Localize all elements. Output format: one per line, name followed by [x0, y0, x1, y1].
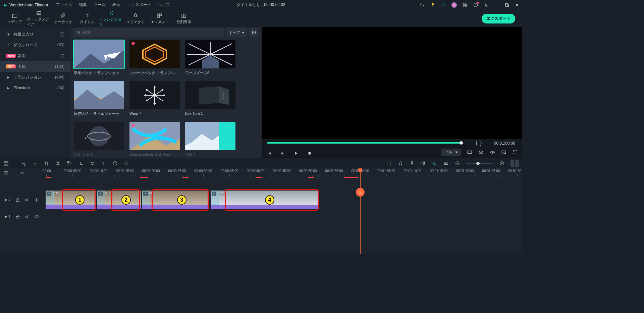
playhead[interactable]	[360, 168, 361, 254]
fullscreen-icon[interactable]	[513, 150, 518, 155]
asset-thumbnail[interactable]	[74, 122, 124, 150]
window-close-icon[interactable]	[515, 3, 519, 7]
asset-thumbnail[interactable]	[129, 40, 180, 68]
zoom-out-icon[interactable]	[455, 161, 460, 166]
color-wheel-icon[interactable]	[386, 161, 392, 166]
text-add-button[interactable]	[78, 161, 84, 166]
prev-frame-button[interactable]	[267, 151, 272, 156]
lock-icon[interactable]	[15, 214, 20, 219]
save-icon[interactable]	[462, 2, 468, 8]
sidebar-item-filmstock[interactable]: ▸Filmstock(34)	[0, 83, 70, 93]
mark-out-icon[interactable]: }	[480, 140, 482, 146]
menu-help[interactable]: ヘルプ	[158, 2, 170, 8]
sidebar-item-favorites[interactable]: ♥お気に入り(7)	[0, 29, 70, 40]
playhead-handle[interactable]	[358, 168, 362, 172]
sidebar-item-hot[interactable]: HOT人気(100)	[0, 61, 70, 72]
asset-card[interactable]: Orb Twist 1	[74, 122, 124, 154]
dual-view-toggle[interactable]	[511, 160, 519, 167]
tab-element[interactable]: エレメント	[148, 10, 172, 27]
asset-card[interactable]: Box Turn 1	[185, 81, 235, 121]
asset-thumbnail[interactable]	[74, 81, 124, 109]
menu-tool[interactable]: ツール	[94, 2, 106, 8]
zoom-knob[interactable]	[476, 162, 480, 165]
ripple-icon[interactable]	[3, 170, 9, 176]
menu-export[interactable]: エクスポート	[127, 2, 151, 8]
cut-button[interactable]	[55, 161, 61, 166]
zoom-slider[interactable]	[466, 163, 493, 164]
mixer-icon[interactable]	[421, 161, 426, 166]
asset-card[interactable]: 線形 1	[185, 122, 235, 154]
asset-card[interactable]: 旅行Vol2-トラベルジャーナル...	[74, 81, 124, 121]
menu-file[interactable]: ファイル	[56, 2, 72, 8]
asset-thumbnail[interactable]	[185, 40, 235, 68]
asset-card[interactable]: Warp 7	[129, 81, 180, 121]
volume-icon[interactable]	[490, 150, 495, 155]
asset-thumbnail[interactable]	[129, 122, 180, 150]
tab-effect[interactable]: エフェクト	[123, 10, 148, 27]
video-track-2[interactable]: 2 名無名無し無し名無し1234	[0, 189, 522, 211]
lightbulb-icon[interactable]	[430, 2, 435, 8]
transition-overlay[interactable]	[97, 191, 105, 205]
fit-icon[interactable]	[443, 161, 449, 166]
snapshot-icon[interactable]	[478, 150, 484, 155]
tools-icon[interactable]	[3, 161, 9, 166]
tab-media[interactable]: メディア	[3, 10, 27, 27]
export-button[interactable]: エクスポート	[482, 14, 515, 23]
zoom-in-icon[interactable]	[499, 161, 504, 166]
window-minimize-icon[interactable]	[494, 3, 499, 7]
quality-select[interactable]: フル▾	[441, 149, 461, 156]
next-frame-button[interactable]	[280, 151, 285, 156]
asset-card[interactable]: スポーツパック トランジション 05	[129, 40, 180, 80]
filter-dropdown[interactable]: すべて▾	[226, 28, 247, 37]
sidebar-item-transitions[interactable]: ▸トランジション(494)	[0, 72, 70, 83]
stop-button[interactable]	[307, 151, 312, 156]
asset-thumbnail[interactable]	[185, 122, 235, 150]
undo-button[interactable]	[21, 161, 26, 166]
asset-card[interactable]: Special Effects Skill Pack T...	[129, 122, 180, 154]
mic-icon[interactable]	[484, 2, 489, 8]
audio-track-1[interactable]: 1	[0, 211, 522, 222]
visibility-icon[interactable]	[34, 214, 39, 219]
mute-icon[interactable]	[25, 214, 30, 219]
headset-icon[interactable]	[441, 2, 446, 8]
tab-stock[interactable]: ストックメディア	[27, 10, 51, 27]
voiceover-icon[interactable]	[409, 161, 415, 166]
asset-card[interactable]: ワープズーム6	[185, 40, 235, 80]
asset-card[interactable]: 卒業パック トランジション 02	[74, 40, 124, 80]
transition-overlay[interactable]	[46, 191, 54, 205]
tab-title[interactable]: タイトル	[75, 10, 99, 27]
asset-thumbnail[interactable]	[185, 81, 235, 109]
play-button[interactable]	[294, 151, 299, 156]
lock-icon[interactable]	[15, 198, 20, 202]
window-maximize-icon[interactable]	[504, 3, 509, 7]
asset-thumbnail[interactable]	[74, 40, 124, 68]
progress-knob[interactable]	[460, 141, 463, 145]
redo-button[interactable]	[33, 161, 38, 166]
visibility-icon[interactable]	[34, 198, 39, 202]
tag-button[interactable]	[67, 161, 72, 166]
transition-overlay[interactable]	[142, 191, 150, 205]
transition-overlay[interactable]	[211, 191, 219, 205]
sidebar-item-new[interactable]: New新着(7)	[0, 50, 70, 61]
tab-audio[interactable]: オーディオ	[51, 10, 75, 27]
asset-thumbnail[interactable]	[129, 81, 180, 109]
view-grid-button[interactable]	[250, 28, 258, 37]
scissors-button[interactable]	[356, 188, 365, 197]
tab-transition[interactable]: トランジション	[99, 10, 123, 27]
delete-button[interactable]	[44, 161, 49, 166]
record-button[interactable]	[124, 161, 129, 166]
adjust-button[interactable]	[90, 161, 95, 166]
timeline-ruler[interactable]: :00:0000:00:05:0000:00:10:0000:00:15:000…	[44, 168, 522, 178]
speed-button[interactable]	[112, 161, 118, 166]
tab-split[interactable]: 分割表示	[172, 10, 196, 27]
cloud-icon[interactable]	[419, 2, 425, 8]
marker-icon[interactable]	[398, 161, 403, 166]
snap-icon[interactable]	[432, 161, 437, 166]
link-break-icon[interactable]	[19, 170, 25, 176]
display-icon[interactable]	[467, 150, 472, 155]
notification-icon[interactable]	[473, 2, 478, 8]
sidebar-item-downloads[interactable]: ダウンロード(63)	[0, 40, 70, 50]
menu-edit[interactable]: 編集	[79, 2, 87, 8]
layout-icon[interactable]	[501, 150, 506, 155]
mark-in-icon[interactable]: {	[476, 140, 478, 146]
